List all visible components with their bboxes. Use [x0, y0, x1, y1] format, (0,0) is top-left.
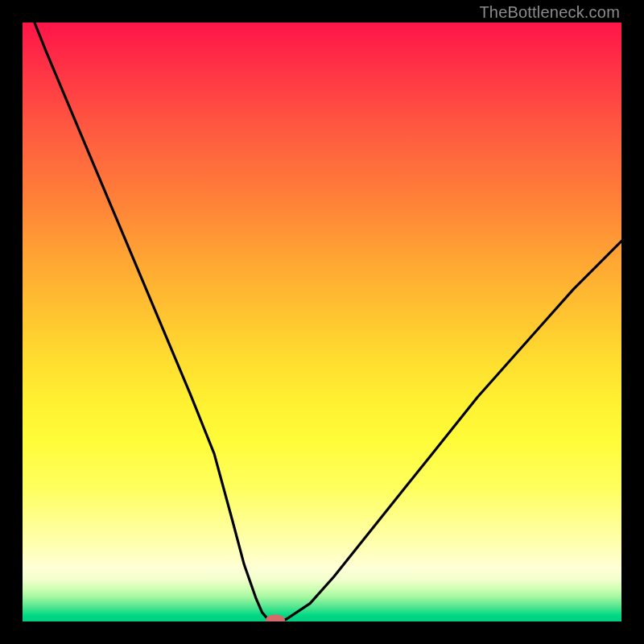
chart-svg — [23, 23, 621, 621]
bottleneck-curve — [23, 23, 621, 621]
plot-area — [23, 23, 621, 621]
watermark-text: TheBottleneck.com — [479, 3, 620, 22]
minimum-marker — [266, 614, 285, 621]
chart-frame: TheBottleneck.com — [0, 0, 644, 644]
